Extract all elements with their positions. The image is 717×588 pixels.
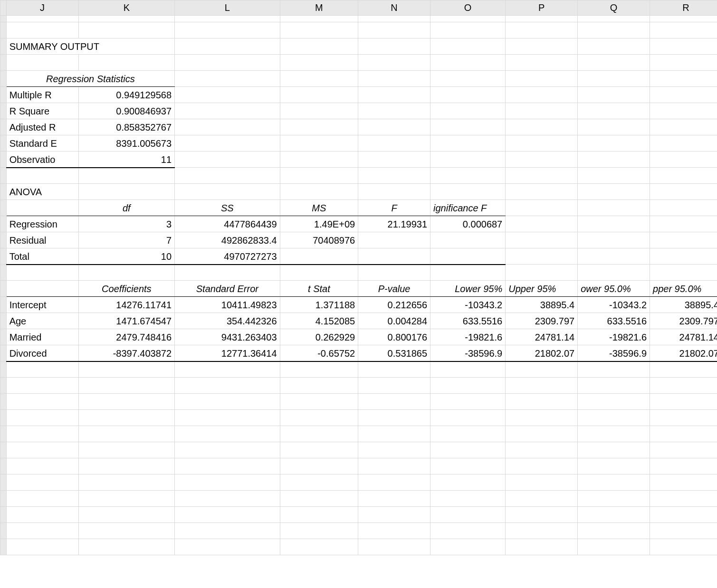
cell[interactable]: -8397.403872 — [78, 345, 175, 361]
cell[interactable]: 633.5516 — [578, 313, 650, 329]
cell[interactable]: 3 — [78, 216, 175, 232]
coef-header[interactable]: P-value — [358, 281, 430, 297]
cell[interactable]: 354.442326 — [175, 313, 280, 329]
cell[interactable] — [430, 232, 506, 248]
col-header-N[interactable]: N — [358, 0, 430, 16]
reg-stat-value[interactable]: 0.900846937 — [78, 103, 175, 119]
cell[interactable]: 2309.797 — [650, 313, 717, 329]
cell[interactable]: 24781.14 — [506, 329, 578, 345]
cell[interactable]: -38596.9 — [578, 345, 650, 361]
cell[interactable] — [358, 232, 430, 248]
cell[interactable]: 7 — [78, 232, 175, 248]
cell[interactable]: 0.000687 — [430, 216, 506, 232]
anova-header-sigf[interactable]: ignificance F — [430, 200, 506, 216]
cell[interactable]: 633.5516 — [430, 313, 506, 329]
cell[interactable]: 0.004284 — [358, 313, 430, 329]
reg-stat-value[interactable]: 8391.005673 — [78, 135, 175, 152]
reg-stat-value[interactable]: 0.858352767 — [78, 119, 175, 135]
cell[interactable]: 1471.674547 — [78, 313, 175, 329]
reg-stats-header[interactable]: Regression Statistics — [6, 71, 174, 87]
cell[interactable]: 38895.4 — [506, 297, 578, 313]
reg-stat-label[interactable]: R Square — [6, 103, 78, 119]
coef-label[interactable]: Married — [6, 329, 78, 345]
anova-header-f[interactable]: F — [358, 200, 430, 216]
reg-stat-value[interactable]: 0.949129568 — [78, 87, 175, 103]
reg-stat-label[interactable]: Observatio — [6, 152, 78, 168]
anova-header-ss[interactable]: SS — [175, 200, 280, 216]
cell[interactable]: 492862833.4 — [175, 232, 280, 248]
col-header-O[interactable]: O — [430, 0, 506, 16]
coef-label[interactable]: Age — [6, 313, 78, 329]
reg-stat-label[interactable]: Multiple R — [6, 87, 78, 103]
cell[interactable]: 12771.36414 — [175, 345, 280, 361]
reg-stat-label[interactable]: Standard E — [6, 135, 78, 152]
anova-label[interactable]: Regression — [6, 216, 78, 232]
cell[interactable]: 10411.49823 — [175, 297, 280, 313]
cell[interactable]: -19821.6 — [578, 329, 650, 345]
corner-cell[interactable] — [0, 0, 7, 16]
reg-stat-label[interactable]: Adjusted R — [6, 119, 78, 135]
anova-header-df[interactable]: df — [78, 200, 175, 216]
col-header-L[interactable]: L — [175, 0, 280, 16]
coef-header[interactable]: Upper 95% — [506, 281, 578, 297]
col-header-J[interactable]: J — [6, 0, 78, 16]
cell[interactable]: -10343.2 — [578, 297, 650, 313]
coef-header[interactable]: Lower 95% — [430, 281, 506, 297]
cell[interactable]: 21802.07 — [650, 345, 717, 361]
anova-label[interactable]: Total — [6, 248, 78, 265]
anova-row: Regression 3 4477864439 1.49E+09 21.1993… — [0, 216, 717, 232]
anova-title-row: ANOVA — [0, 184, 717, 200]
cell[interactable]: 0.531865 — [358, 345, 430, 361]
cell[interactable]: 10 — [78, 248, 175, 265]
cell[interactable]: 4970727273 — [175, 248, 280, 265]
reg-stat-row: Standard E 8391.005673 — [0, 135, 717, 152]
anova-label[interactable]: Residual — [6, 232, 78, 248]
cell[interactable] — [430, 248, 506, 265]
cell[interactable]: 38895.4 — [650, 297, 717, 313]
cell[interactable]: 0.262929 — [280, 329, 358, 345]
coef-label[interactable]: Divorced — [6, 345, 78, 361]
coef-header[interactable]: pper 95.0% — [650, 281, 717, 297]
column-header-row[interactable]: J K L M N O P Q R — [0, 0, 717, 16]
cell[interactable]: 2479.748416 — [78, 329, 175, 345]
coef-header[interactable]: Coefficients — [78, 281, 175, 297]
cell[interactable]: 1.371188 — [280, 297, 358, 313]
cell[interactable]: 0.800176 — [358, 329, 430, 345]
cell[interactable]: 1.49E+09 — [280, 216, 358, 232]
col-header-Q[interactable]: Q — [578, 0, 650, 16]
col-header-M[interactable]: M — [280, 0, 358, 16]
cell[interactable]: 9431.263403 — [175, 329, 280, 345]
cell[interactable]: -38596.9 — [430, 345, 506, 361]
col-header-R[interactable]: R — [650, 0, 717, 16]
cell[interactable]: 21.19931 — [358, 216, 430, 232]
coef-header[interactable]: t Stat — [280, 281, 358, 297]
table-row — [0, 378, 717, 394]
coef-header[interactable]: ower 95.0% — [578, 281, 650, 297]
cell[interactable]: 4.152085 — [280, 313, 358, 329]
cell[interactable]: 21802.07 — [506, 345, 578, 361]
reg-stat-value[interactable]: 11 — [78, 152, 175, 168]
summary-output-row: SUMMARY OUTPUT — [0, 38, 717, 55]
cell[interactable] — [280, 248, 358, 265]
cell[interactable]: 70408976 — [280, 232, 358, 248]
cell[interactable] — [358, 248, 430, 265]
cell[interactable]: 14276.11741 — [78, 297, 175, 313]
cell[interactable]: 4477864439 — [175, 216, 280, 232]
cell[interactable]: 2309.797 — [506, 313, 578, 329]
table-row — [0, 507, 717, 523]
anova-title[interactable]: ANOVA — [6, 184, 78, 200]
coef-header[interactable]: Standard Error — [175, 281, 280, 297]
cell[interactable]: 24781.14 — [650, 329, 717, 345]
anova-header-ms[interactable]: MS — [280, 200, 358, 216]
cell[interactable]: 0.212656 — [358, 297, 430, 313]
cell[interactable]: -0.65752 — [280, 345, 358, 361]
coef-label[interactable]: Intercept — [6, 297, 78, 313]
cell[interactable]: -19821.6 — [430, 329, 506, 345]
cell[interactable]: -10343.2 — [430, 297, 506, 313]
table-row — [0, 523, 717, 539]
col-header-K[interactable]: K — [78, 0, 175, 16]
spreadsheet-grid[interactable]: J K L M N O P Q R SUMMARY OUTPUT Regress… — [0, 0, 717, 555]
col-header-P[interactable]: P — [506, 0, 578, 16]
summary-output-title[interactable]: SUMMARY OUTPUT — [6, 38, 174, 55]
table-row — [0, 265, 717, 281]
